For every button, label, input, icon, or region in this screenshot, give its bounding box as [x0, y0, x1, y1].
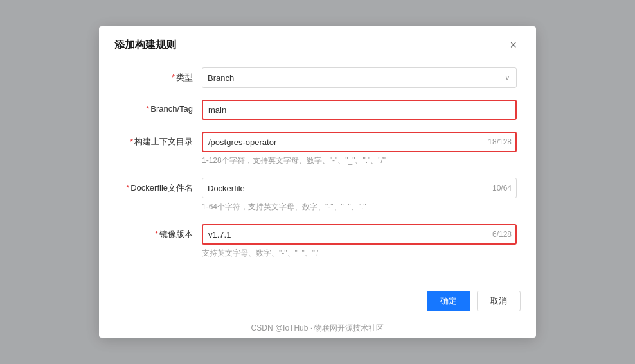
image-version-control: 6/128 支持英文字母、数字、"-"、"_"、"." [202, 224, 517, 259]
dialog-title: 添加构建规则 [114, 39, 176, 52]
required-star: * [172, 73, 175, 82]
image-version-input-wrap: 6/128 [202, 224, 517, 245]
required-star-3: * [130, 137, 133, 146]
required-star-2: * [146, 104, 149, 114]
context-dir-hint: 1-128个字符，支持英文字母、数字、"-"、"_"、"."、"/" [202, 155, 517, 166]
branch-tag-control [202, 100, 517, 120]
branch-tag-row: *Branch/Tag [118, 100, 517, 120]
dialog-header: 添加构建规则 × [99, 26, 536, 61]
branch-tag-label: *Branch/Tag [118, 100, 202, 114]
dockerfile-label: *Dockerfile文件名 [118, 178, 202, 194]
dockerfile-hint: 1-64个字符，支持英文字母、数字、"-"、"_"、"." [202, 201, 517, 212]
watermark: CSDN @IoTHub · 物联网开源技术社区 [99, 323, 536, 338]
dockerfile-input-wrap: 10/64 [202, 178, 517, 198]
image-version-input[interactable] [202, 224, 517, 245]
type-select-wrap: Branch Tag ∨ [202, 67, 517, 88]
image-version-row: *镜像版本 6/128 支持英文字母、数字、"-"、"_"、"." [118, 224, 517, 259]
branch-tag-input[interactable] [202, 100, 517, 120]
context-dir-control: 18/128 1-128个字符，支持英文字母、数字、"-"、"_"、"."、"/… [202, 132, 517, 166]
dockerfile-row: *Dockerfile文件名 10/64 1-64个字符，支持英文字母、数字、"… [118, 178, 517, 212]
required-star-4: * [126, 183, 129, 193]
dialog-footer: 确定 取消 [99, 283, 536, 323]
image-version-hint: 支持英文字母、数字、"-"、"_"、"." [202, 247, 517, 259]
type-select[interactable]: Branch Tag [202, 67, 517, 88]
cancel-button[interactable]: 取消 [477, 291, 521, 311]
context-dir-label: *构建上下文目录 [118, 132, 202, 148]
close-button[interactable]: × [506, 38, 521, 52]
dialog-body: *类型 Branch Tag ∨ *Branch/Tag [99, 61, 536, 283]
type-label: *类型 [118, 67, 202, 83]
context-dir-input[interactable] [202, 132, 517, 152]
dialog-overlay: 添加构建规则 × *类型 Branch Tag ∨ [0, 0, 635, 364]
required-star-5: * [155, 229, 158, 239]
type-control: Branch Tag ∨ [202, 67, 517, 88]
dockerfile-control: 10/64 1-64个字符，支持英文字母、数字、"-"、"_"、"." [202, 178, 517, 212]
context-dir-input-wrap: 18/128 [202, 132, 517, 152]
image-version-label: *镜像版本 [118, 224, 202, 240]
context-dir-row: *构建上下文目录 18/128 1-128个字符，支持英文字母、数字、"-"、"… [118, 132, 517, 166]
dialog: 添加构建规则 × *类型 Branch Tag ∨ [99, 26, 536, 338]
dockerfile-input[interactable] [202, 178, 517, 198]
type-row: *类型 Branch Tag ∨ [118, 67, 517, 88]
confirm-button[interactable]: 确定 [427, 291, 470, 311]
